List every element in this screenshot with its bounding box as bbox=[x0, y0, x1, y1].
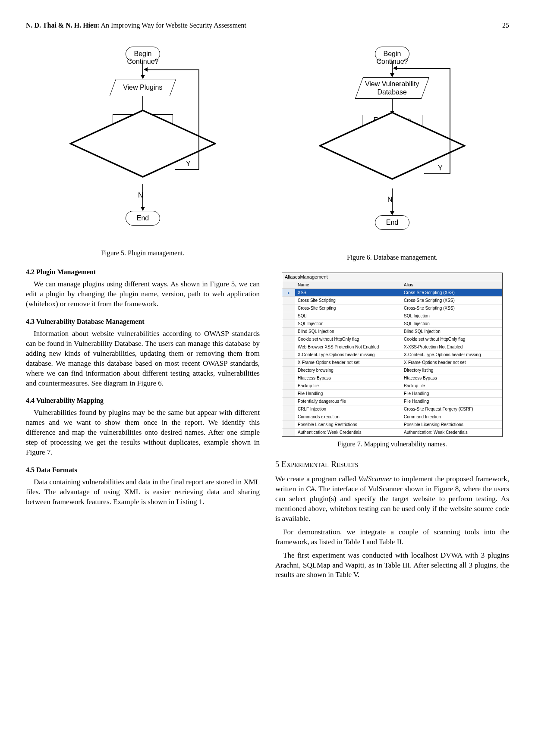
cell-alias: Cross-Site Scripting (XSS) bbox=[401, 297, 502, 304]
table-row[interactable]: Backup fileBackup file bbox=[282, 382, 502, 390]
table-row[interactable]: CRLF InjectionCross-Site Request Forgery… bbox=[282, 405, 502, 413]
svg-marker-1 bbox=[320, 113, 464, 179]
row-marker bbox=[282, 328, 295, 336]
cell-alias: File Handling bbox=[401, 398, 502, 405]
table-row[interactable]: SQLISQL Injection bbox=[282, 312, 502, 320]
table-row[interactable]: SQL InjectionSQL Injection bbox=[282, 320, 502, 328]
page-header: N. D. Thai & N. H. Hieu: An Improving Wa… bbox=[26, 22, 509, 29]
header-title: An Improving Way for Website Security As… bbox=[101, 22, 246, 29]
cell-name: Blind SQL Injection bbox=[295, 328, 401, 336]
sec-4-5-body: Data containing vulnerabilities and data… bbox=[26, 477, 260, 507]
row-marker bbox=[282, 413, 295, 421]
fc6-continue: Continue? bbox=[319, 47, 384, 77]
sec-5-p3: The first experiment was conducted with … bbox=[275, 551, 509, 580]
sec-4-2-head: 4.2 Plugin Management bbox=[26, 268, 260, 276]
header-authors: N. D. Thai & N. H. Hieu: bbox=[26, 22, 99, 29]
cell-name: Commands execution bbox=[295, 413, 401, 421]
table-row[interactable]: Cross Site ScriptingCross-Site Scripting… bbox=[282, 297, 502, 304]
row-marker bbox=[282, 336, 295, 343]
cell-name: CRLF Injection bbox=[295, 405, 401, 413]
table-row[interactable]: Cookie set without HttpOnly flagCookie s… bbox=[282, 336, 502, 343]
cell-alias: Directory listing bbox=[401, 367, 502, 374]
aliases-col-name: Name bbox=[295, 281, 401, 289]
cell-name: XSS bbox=[295, 289, 401, 297]
row-marker bbox=[282, 421, 295, 429]
table-row[interactable]: Htaccess BypassHtaccess Bypass bbox=[282, 374, 502, 382]
cell-name: SQL Injection bbox=[295, 320, 401, 328]
table-row[interactable]: Authentication: Weak CredentialsAuthenti… bbox=[282, 429, 502, 436]
figure-7-aliases-window: AliasesManagement Name Alias ▸XSSCross-S… bbox=[282, 273, 503, 437]
cell-alias: SQL Injection bbox=[401, 312, 502, 320]
row-marker bbox=[282, 304, 295, 312]
cell-name: Cross Site Scripting bbox=[295, 297, 401, 304]
sec-4-5-head: 4.5 Data Formats bbox=[26, 466, 260, 474]
sec-5-p1: We create a program called VulScanner to… bbox=[275, 474, 509, 524]
page-number: 25 bbox=[502, 22, 509, 29]
cell-alias: File Handling bbox=[401, 390, 502, 398]
aliases-title: AliasesManagement bbox=[282, 273, 502, 281]
cell-alias: X-Content-Type-Options header missing bbox=[401, 351, 502, 359]
figure-5-flowchart: Begin View Plugins Edit / Delete Plugins bbox=[69, 47, 216, 241]
cell-alias: Backup file bbox=[401, 382, 502, 390]
row-marker bbox=[282, 359, 295, 367]
table-row[interactable]: Cross-Site ScriptingCross-Site Scripting… bbox=[282, 304, 502, 312]
figure-7-caption: Figure 7. Mapping vulnerability names. bbox=[275, 440, 509, 448]
fc5-yes-label: Y bbox=[186, 160, 191, 168]
cell-name: Authentication: Weak Credentials bbox=[295, 429, 401, 436]
row-marker bbox=[282, 374, 295, 382]
svg-marker-0 bbox=[70, 110, 215, 177]
cell-name: X-Content-Type-Options header missing bbox=[295, 351, 401, 359]
cell-name: Possible Licensing Restrictions bbox=[295, 421, 401, 429]
table-row[interactable]: Commands executionCommand Injection bbox=[282, 413, 502, 421]
row-marker bbox=[282, 382, 295, 390]
figure-6-caption: Figure 6. Database management. bbox=[275, 254, 509, 261]
cell-alias: SQL Injection bbox=[401, 320, 502, 328]
cell-alias: Cross-Site Request Forgery (CSRF) bbox=[401, 405, 502, 413]
table-row[interactable]: Blind SQL InjectionBlind SQL Injection bbox=[282, 328, 502, 336]
cell-name: File Handling bbox=[295, 390, 401, 398]
cell-alias: Blind SQL Injection bbox=[401, 328, 502, 336]
table-row[interactable]: File HandlingFile Handling bbox=[282, 390, 502, 398]
figure-6-flowchart: Begin View Vulnerability Database Edit /… bbox=[319, 47, 466, 245]
table-row[interactable]: ▸XSSCross-Site Scripting (XSS) bbox=[282, 289, 502, 297]
table-row[interactable]: Web Browser XSS Protection Not EnabledX-… bbox=[282, 343, 502, 351]
row-marker bbox=[282, 405, 295, 413]
fc5-no-label: N bbox=[138, 191, 143, 199]
cell-name: Web Browser XSS Protection Not Enabled bbox=[295, 343, 401, 351]
table-row[interactable]: Possible Licensing RestrictionsPossible … bbox=[282, 421, 502, 429]
cell-name: Backup file bbox=[295, 382, 401, 390]
table-row[interactable]: X-Frame-Options header not setX-Frame-Op… bbox=[282, 359, 502, 367]
cell-name: Cross-Site Scripting bbox=[295, 304, 401, 312]
cell-alias: Htaccess Bypass bbox=[401, 374, 502, 382]
fc5-continue: Continue? bbox=[69, 47, 134, 77]
row-marker bbox=[282, 320, 295, 328]
row-marker bbox=[282, 398, 295, 405]
table-row[interactable]: Directory browsingDirectory listing bbox=[282, 367, 502, 374]
sec-4-2-body: We can manage plugins using different wa… bbox=[26, 279, 260, 309]
fc6-no-label: N bbox=[387, 196, 393, 204]
row-marker bbox=[282, 429, 295, 436]
row-marker bbox=[282, 297, 295, 304]
aliases-table: Name Alias ▸XSSCross-Site Scripting (XSS… bbox=[282, 281, 502, 436]
cell-alias: X-Frame-Options header not set bbox=[401, 359, 502, 367]
fc5-end: End bbox=[126, 211, 160, 226]
cell-name: Potentially dangerous file bbox=[295, 398, 401, 405]
table-row[interactable]: Potentially dangerous fileFile Handling bbox=[282, 398, 502, 405]
cell-alias: Cookie set without HttpOnly flag bbox=[401, 336, 502, 343]
sec-4-4-body: Vulnerabilities found by plugins may be … bbox=[26, 408, 260, 458]
aliases-col-alias: Alias bbox=[401, 281, 502, 289]
row-marker bbox=[282, 367, 295, 374]
cell-name: Directory browsing bbox=[295, 367, 401, 374]
cell-name: Cookie set without HttpOnly flag bbox=[295, 336, 401, 343]
cell-name: Htaccess Bypass bbox=[295, 374, 401, 382]
cell-alias: Authentication: Weak Credentials bbox=[401, 429, 502, 436]
cell-alias: X-XSS-Protection Not Enabled bbox=[401, 343, 502, 351]
sec-4-4-head: 4.4 Vulnerability Mapping bbox=[26, 397, 260, 405]
fc6-yes-label: Y bbox=[438, 164, 443, 172]
table-row[interactable]: X-Content-Type-Options header missingX-C… bbox=[282, 351, 502, 359]
row-marker bbox=[282, 343, 295, 351]
cell-alias: Possible Licensing Restrictions bbox=[401, 421, 502, 429]
sec-5-p2: For demonstration, we integrate a couple… bbox=[275, 527, 509, 547]
sec-4-3-head: 4.3 Vulnerability Database Management bbox=[26, 318, 260, 326]
cell-alias: Command Injection bbox=[401, 413, 502, 421]
